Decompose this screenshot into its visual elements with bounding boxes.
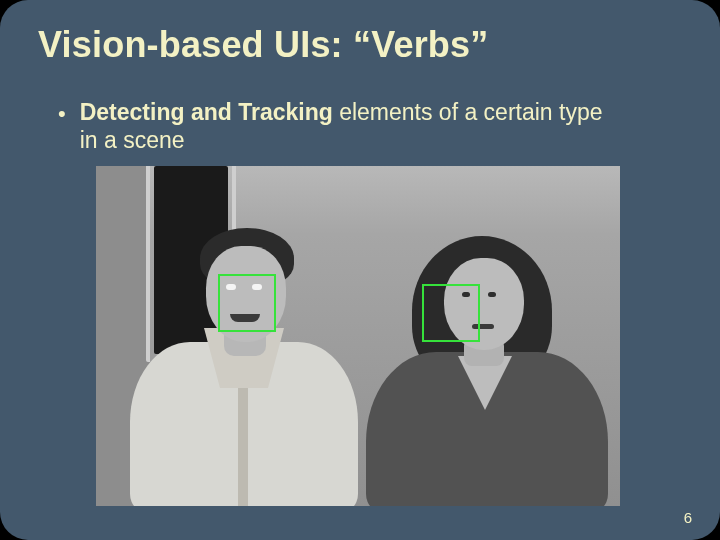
face-tracking-box	[422, 284, 480, 342]
bullet-bold: Detecting and Tracking	[80, 99, 333, 125]
person2-eye	[488, 292, 496, 297]
slide-title: Vision-based UIs: “Verbs”	[38, 24, 488, 66]
face-tracking-box	[218, 274, 276, 332]
bullet-text: Detecting and Tracking elements of a cer…	[80, 98, 618, 154]
bullet-item: • Detecting and Tracking elements of a c…	[58, 98, 618, 154]
page-number: 6	[684, 509, 692, 526]
person1-shirt-detail	[238, 376, 248, 506]
content-image	[96, 166, 620, 506]
bullet-dot-icon: •	[58, 100, 66, 128]
slide: Vision-based UIs: “Verbs” • Detecting an…	[0, 0, 720, 540]
